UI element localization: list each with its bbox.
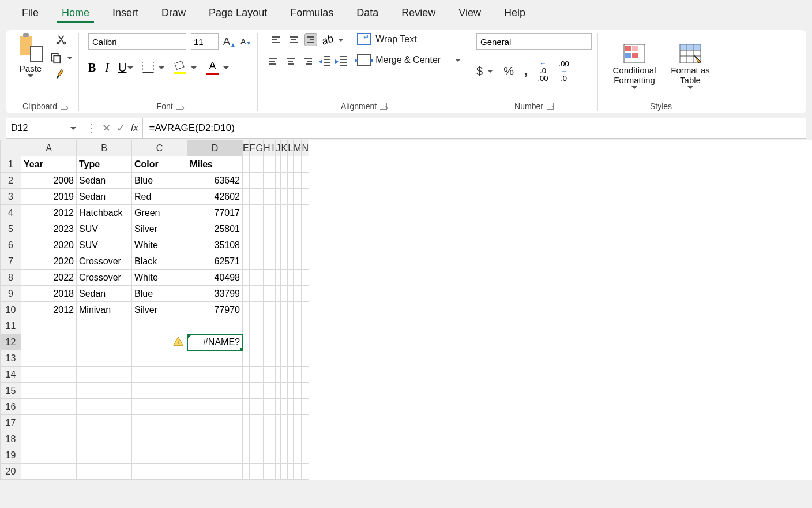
cell-B2[interactable]: Sedan [77,173,132,189]
cell-N14[interactable] [302,367,309,383]
cell-G12[interactable] [255,334,263,350]
cell-G14[interactable] [255,367,263,383]
cell-M19[interactable] [294,447,302,464]
cell-H14[interactable] [263,367,270,383]
cell-L2[interactable] [288,173,294,189]
fill-color-button[interactable] [174,62,197,74]
cell-D14[interactable] [187,367,243,383]
cell-G20[interactable] [255,464,263,480]
cell-E17[interactable] [243,415,250,431]
cell-E19[interactable] [243,447,250,464]
cell-G18[interactable] [255,431,263,447]
cell-E4[interactable] [243,205,250,221]
cell-F10[interactable] [249,302,255,318]
cell-K20[interactable] [281,464,288,480]
cell-H15[interactable] [263,383,270,399]
font-name-select[interactable] [88,33,186,50]
formula-bar[interactable]: =AVRAGE(D2:D10) [143,118,806,138]
cell-G5[interactable] [255,221,263,237]
cell-A6[interactable]: 2020 [21,237,77,253]
cell-H19[interactable] [263,447,270,464]
align-center-button[interactable] [284,55,297,67]
cell-D12[interactable]: #NAME? [187,334,243,350]
paste-button[interactable]: Paste [17,33,44,79]
cell-G3[interactable] [255,189,263,205]
column-header-N[interactable]: N [302,140,309,156]
launcher-icon[interactable] [380,103,387,110]
cell-F2[interactable] [249,173,255,189]
cell-L4[interactable] [288,205,294,221]
cell-D1[interactable]: Miles [187,156,243,173]
cell-A13[interactable] [21,350,77,367]
cell-L1[interactable] [288,156,294,173]
row-header-17[interactable]: 17 [1,415,21,431]
cell-E7[interactable] [243,253,250,270]
cell-F8[interactable] [249,270,255,286]
cell-D16[interactable] [187,399,243,415]
cell-I17[interactable] [270,415,276,431]
cell-G16[interactable] [255,399,263,415]
cell-D13[interactable] [187,350,243,367]
cell-E12[interactable] [243,334,250,350]
cell-C9[interactable]: Blue [132,286,187,302]
conditional-formatting-button[interactable]: Conditional Formatting [607,42,661,90]
merge-center-button[interactable]: Merge & Center [357,54,461,66]
cell-F17[interactable] [249,415,255,431]
cell-C2[interactable]: Blue [132,173,187,189]
cell-I11[interactable] [270,318,276,334]
decrease-indent-button[interactable] [319,56,330,66]
column-header-I[interactable]: I [270,140,276,156]
cell-D3[interactable]: 42602 [187,189,243,205]
orientation-button[interactable]: ab [322,34,344,46]
cell-G4[interactable] [255,205,263,221]
cell-F9[interactable] [249,286,255,302]
column-header-G[interactable]: G [255,140,263,156]
cell-H3[interactable] [263,189,270,205]
row-header-20[interactable]: 20 [1,464,21,480]
cell-E18[interactable] [243,431,250,447]
more-icon[interactable]: ⋮ [86,122,96,135]
cell-J20[interactable] [276,464,281,480]
cell-G19[interactable] [255,447,263,464]
cell-J11[interactable] [276,318,281,334]
cell-C15[interactable] [132,383,187,399]
cell-A3[interactable]: 2019 [21,189,77,205]
cell-D5[interactable]: 25801 [187,221,243,237]
increase-indent-button[interactable] [335,56,347,66]
font-size-select[interactable] [191,33,219,50]
row-header-19[interactable]: 19 [1,447,21,464]
cell-I7[interactable] [270,253,276,270]
cell-B6[interactable]: SUV [77,237,132,253]
cell-N19[interactable] [302,447,309,464]
cell-H17[interactable] [263,415,270,431]
cell-M3[interactable] [294,189,302,205]
cell-J19[interactable] [276,447,281,464]
cell-E8[interactable] [243,270,250,286]
cell-D6[interactable]: 35108 [187,237,243,253]
cell-N20[interactable] [302,464,309,480]
cell-H16[interactable] [263,399,270,415]
cell-L11[interactable] [288,318,294,334]
align-middle-button[interactable] [287,34,300,46]
cell-K13[interactable] [281,350,288,367]
cell-N16[interactable] [302,399,309,415]
cell-L17[interactable] [288,415,294,431]
cell-A12[interactable] [21,334,77,350]
decrease-font-button[interactable]: A▼ [240,37,251,46]
cell-I12[interactable] [270,334,276,350]
cell-N3[interactable] [302,189,309,205]
cell-I20[interactable] [270,464,276,480]
cell-G9[interactable] [255,286,263,302]
cell-J3[interactable] [276,189,281,205]
enter-formula-button[interactable]: ✓ [116,122,125,135]
cell-K10[interactable] [281,302,288,318]
cell-D19[interactable] [187,447,243,464]
cell-J15[interactable] [276,383,281,399]
cell-H18[interactable] [263,431,270,447]
cell-K14[interactable] [281,367,288,383]
cell-I1[interactable] [270,156,276,173]
underline-button[interactable]: U [118,61,133,74]
cell-B5[interactable]: SUV [77,221,132,237]
cell-G7[interactable] [255,253,263,270]
cell-K18[interactable] [281,431,288,447]
